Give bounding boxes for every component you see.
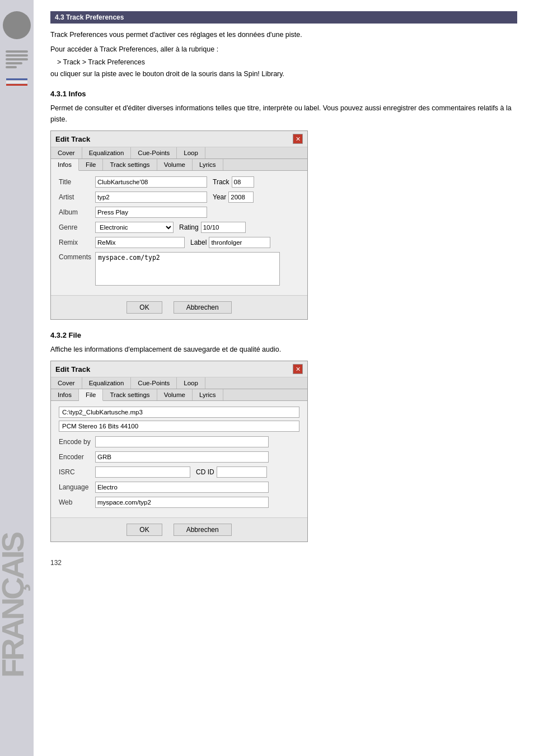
encode-by-row: Encode by	[59, 436, 299, 447]
language-input[interactable]	[95, 482, 269, 493]
tab-infos-2[interactable]: Infos	[51, 389, 79, 400]
subsection-title-2: 4.3.2 File	[50, 331, 517, 339]
track-label: Track	[213, 178, 229, 186]
edit-track-dialog-1: Edit Track ✕ Cover Equalization Cue-Poin…	[50, 130, 308, 320]
dialog-titlebar-1: Edit Track ✕	[51, 131, 307, 147]
language-label: FRANÇAIS	[0, 534, 31, 678]
artist-input[interactable]	[95, 192, 207, 203]
cdid-label: CD ID	[196, 468, 214, 476]
web-row: Web	[59, 497, 299, 508]
remix-row: Remix Label	[59, 237, 299, 248]
isrc-input[interactable]	[95, 466, 190, 478]
section-paragraph-3: ou cliquer sur la piste avec le bouton d…	[50, 68, 517, 80]
dialog-titlebar-2: Edit Track ✕	[51, 361, 307, 377]
dialog-close-button-1[interactable]: ✕	[293, 134, 303, 144]
subsection-description-1: Permet de consulter et d'éditer diverses…	[50, 102, 517, 125]
sidebar-decoration	[6, 50, 28, 70]
sidebar-logo	[3, 11, 31, 39]
page-number: 132	[50, 559, 517, 567]
dialog-close-button-2[interactable]: ✕	[293, 364, 303, 374]
section-header-4-3: 4.3 Track Preferences	[50, 11, 517, 24]
tab-volume-2[interactable]: Volume	[157, 389, 193, 400]
label-input[interactable]	[209, 237, 270, 248]
section-path: > Track > Track Preferences	[50, 58, 517, 66]
genre-select[interactable]: Electronic	[95, 222, 174, 233]
title-row: Title Track	[59, 176, 299, 188]
label-label: Label	[190, 239, 207, 246]
edit-track-dialog-2: Edit Track ✕ Cover Equalization Cue-Poin…	[50, 361, 308, 542]
track-input[interactable]	[232, 176, 254, 188]
comments-label: Comments	[59, 252, 95, 261]
album-input[interactable]	[95, 207, 207, 218]
tab-equalization-2[interactable]: Equalization	[82, 377, 132, 389]
tab-tracksettings-2[interactable]: Track settings	[103, 389, 157, 400]
encoder-label: Encoder	[59, 453, 95, 461]
file-path-box: C:\typ2_ClubKartusche.mp3	[59, 407, 299, 418]
encoder-input[interactable]	[95, 451, 269, 463]
tab-infos-1[interactable]: Infos	[51, 159, 79, 171]
artist-label: Artist	[59, 193, 95, 201]
dialog-buttons-2: OK Abbrechen	[51, 517, 307, 542]
encode-by-input[interactable]	[95, 436, 269, 447]
rating-input[interactable]	[201, 222, 246, 233]
dialog-tabs-row2-1: Infos File Track settings Volume Lyrics	[51, 159, 307, 171]
language-label-field: Language	[59, 483, 95, 491]
subsection-description-2: Affiche les informations d'emplacement d…	[50, 344, 517, 355]
remix-label: Remix	[59, 239, 95, 246]
tab-tracksettings-1[interactable]: Track settings	[103, 159, 157, 170]
sidebar: FRANÇAIS	[0, 0, 34, 756]
language-row: Language	[59, 482, 299, 493]
title-input[interactable]	[95, 176, 207, 188]
cancel-button-2[interactable]: Abbrechen	[174, 524, 232, 536]
tab-cover-2[interactable]: Cover	[51, 377, 82, 389]
tab-equalization-1[interactable]: Equalization	[82, 147, 132, 158]
ok-button-1[interactable]: OK	[127, 301, 162, 314]
title-label: Title	[59, 178, 95, 186]
subsection-title-1: 4.3.1 Infos	[50, 90, 517, 98]
main-content: 4.3 Track Preferences Track Preferences …	[34, 0, 534, 756]
artist-row: Artist Year	[59, 192, 299, 203]
web-label: Web	[59, 498, 95, 506]
tab-cuepoints-2[interactable]: Cue-Points	[131, 377, 177, 389]
dialog-tabs-row1-2: Cover Equalization Cue-Points Loop	[51, 377, 307, 389]
isrc-label: ISRC	[59, 468, 95, 476]
album-row: Album	[59, 207, 299, 218]
remix-input[interactable]	[95, 237, 185, 248]
dialog-tabs-row2-2: Infos File Track settings Volume Lyrics	[51, 389, 307, 401]
rating-label: Rating	[179, 223, 199, 231]
tab-file-1[interactable]: File	[79, 159, 104, 170]
tab-volume-1[interactable]: Volume	[157, 159, 193, 170]
dialog-title-1: Edit Track	[55, 135, 90, 143]
encode-by-label: Encode by	[59, 438, 95, 446]
file-info-box: PCM Stereo 16 Bits 44100	[59, 421, 299, 432]
tab-loop-2[interactable]: Loop	[177, 377, 205, 389]
tab-loop-1[interactable]: Loop	[177, 147, 205, 158]
tab-cover-1[interactable]: Cover	[51, 147, 82, 158]
dialog-body-2: C:\typ2_ClubKartusche.mp3 PCM Stereo 16 …	[51, 401, 307, 517]
web-input[interactable]	[95, 497, 269, 508]
section-paragraph-1: Track Preferences vous permet d'activer …	[50, 29, 517, 40]
comments-row: Comments myspace.com/typ2	[59, 252, 299, 286]
encoder-row: Encoder	[59, 451, 299, 463]
comments-textarea[interactable]: myspace.com/typ2	[95, 252, 280, 286]
album-label: Album	[59, 208, 95, 216]
section-paragraph-2: Pour accéder à Track Preferences, aller …	[50, 44, 517, 55]
cdid-input[interactable]	[217, 466, 267, 478]
genre-label: Genre	[59, 223, 95, 231]
tab-lyrics-2[interactable]: Lyrics	[193, 389, 223, 400]
dialog-buttons-1: OK Abbrechen	[51, 295, 307, 319]
dialog-tabs-row1-1: Cover Equalization Cue-Points Loop	[51, 147, 307, 159]
tab-lyrics-1[interactable]: Lyrics	[193, 159, 223, 170]
tab-file-2[interactable]: File	[79, 389, 104, 401]
year-label: Year	[213, 193, 226, 201]
dialog-body-1: Title Track Artist Year Album Genre	[51, 171, 307, 295]
dialog-title-2: Edit Track	[55, 365, 90, 374]
ok-button-2[interactable]: OK	[127, 524, 162, 536]
isrc-row: ISRC CD ID	[59, 466, 299, 478]
genre-row: Genre Electronic Rating	[59, 222, 299, 233]
year-input[interactable]	[228, 192, 254, 203]
cancel-button-1[interactable]: Abbrechen	[174, 301, 232, 314]
tab-cuepoints-1[interactable]: Cue-Points	[131, 147, 177, 158]
